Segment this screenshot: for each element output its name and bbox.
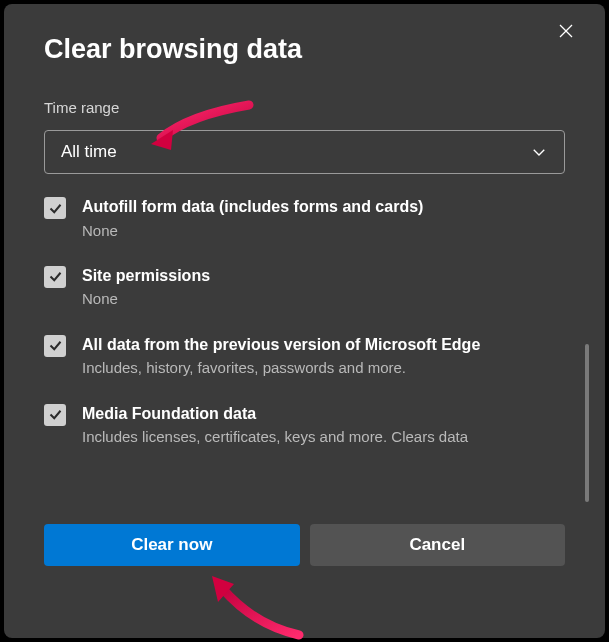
list-item: Site permissions None <box>44 265 569 310</box>
list-item: Autofill form data (includes forms and c… <box>44 196 569 241</box>
item-title: All data from the previous version of Mi… <box>82 334 569 356</box>
dialog-buttons: Clear now Cancel <box>4 524 605 566</box>
item-title: Autofill form data (includes forms and c… <box>82 196 569 218</box>
time-range-select[interactable]: All time <box>44 130 565 174</box>
dialog-title: Clear browsing data <box>4 34 605 65</box>
list-item: Media Foundation data Includes licenses,… <box>44 403 569 448</box>
svg-marker-3 <box>212 576 234 602</box>
time-range-value: All time <box>61 142 117 162</box>
checkbox-site-permissions[interactable] <box>44 266 66 288</box>
chevron-down-icon <box>530 143 548 161</box>
scrollbar[interactable] <box>585 344 589 502</box>
list-item: All data from the previous version of Mi… <box>44 334 569 379</box>
check-icon <box>48 407 63 422</box>
checkbox-media-foundation[interactable] <box>44 404 66 426</box>
time-range-label: Time range <box>4 99 605 116</box>
item-subtitle: None <box>82 221 569 241</box>
item-title: Site permissions <box>82 265 569 287</box>
clear-now-button[interactable]: Clear now <box>44 524 300 566</box>
close-icon <box>557 22 575 40</box>
check-icon <box>48 338 63 353</box>
check-icon <box>48 201 63 216</box>
checkbox-autofill[interactable] <box>44 197 66 219</box>
cancel-button[interactable]: Cancel <box>310 524 566 566</box>
close-button[interactable] <box>557 22 581 46</box>
annotation-arrow-icon <box>204 570 314 640</box>
item-subtitle: None <box>82 289 569 309</box>
checkbox-previous-edge-data[interactable] <box>44 335 66 357</box>
clear-browsing-data-dialog: Clear browsing data Time range All time … <box>4 4 605 638</box>
item-subtitle: Includes, history, favorites, passwords … <box>82 358 569 378</box>
item-title: Media Foundation data <box>82 403 569 425</box>
options-list: Autofill form data (includes forms and c… <box>44 196 593 512</box>
check-icon <box>48 269 63 284</box>
item-subtitle: Includes licenses, certificates, keys an… <box>82 427 569 447</box>
